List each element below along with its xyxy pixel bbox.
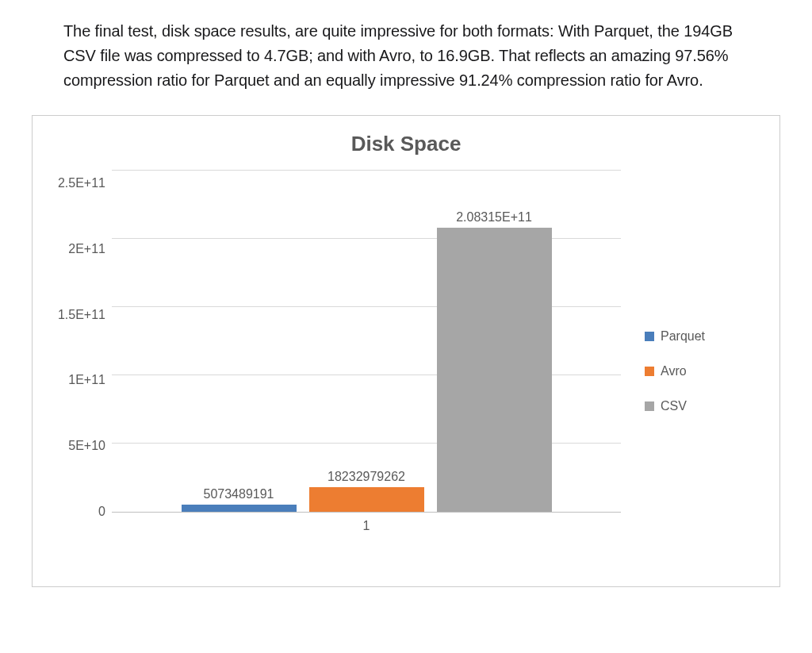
legend-label: Avro <box>661 364 687 378</box>
legend-item-parquet: Parquet <box>645 329 705 344</box>
bar-label-avro: 18232979262 <box>327 470 405 484</box>
plot-wrap: 2.5E+11 2E+11 1.5E+11 1E+11 5E+10 0 <box>40 171 621 571</box>
legend-label: CSV <box>661 399 687 413</box>
y-tick: 1E+11 <box>68 374 105 386</box>
chart-body: 2.5E+11 2E+11 1.5E+11 1E+11 5E+10 0 <box>40 171 772 571</box>
y-tick: 2E+11 <box>68 243 105 255</box>
bar-rect-avro <box>309 487 424 512</box>
legend-swatch-icon <box>645 401 654 411</box>
plot-grid-area: 5073489191 18232979262 2.08315E+11 <box>112 171 621 571</box>
bar-parquet: 5073489191 <box>182 487 297 512</box>
y-tick: 2.5E+11 <box>58 177 105 190</box>
legend-item-avro: Avro <box>645 364 687 378</box>
y-tick: 5E+10 <box>68 440 105 452</box>
intro-paragraph: The final test, disk space results, are … <box>63 19 749 93</box>
bar-rect-parquet <box>182 505 297 512</box>
legend-swatch-icon <box>645 332 654 341</box>
legend-item-csv: CSV <box>645 399 687 413</box>
y-tick: 0 <box>98 505 105 518</box>
page: The final test, disk space results, are … <box>0 0 812 653</box>
chart-title: Disk Space <box>40 132 772 156</box>
legend-swatch-icon <box>645 367 654 376</box>
plot-area: 5073489191 18232979262 2.08315E+11 <box>112 171 621 513</box>
bar-csv: 2.08315E+11 <box>437 210 552 512</box>
bar-label-csv: 2.08315E+11 <box>456 210 532 225</box>
bars-container: 5073489191 18232979262 2.08315E+11 <box>112 171 621 512</box>
bar-rect-csv <box>437 228 552 512</box>
legend: Parquet Avro CSV <box>621 171 772 571</box>
y-tick: 1.5E+11 <box>58 309 105 321</box>
legend-label: Parquet <box>661 329 705 344</box>
bar-label-parquet: 5073489191 <box>204 487 274 501</box>
chart-frame: Disk Space 2.5E+11 2E+11 1.5E+11 1E+11 5… <box>32 115 780 587</box>
x-axis-tick: 1 <box>112 513 621 533</box>
bar-avro: 18232979262 <box>309 470 424 512</box>
y-axis: 2.5E+11 2E+11 1.5E+11 1E+11 5E+10 0 <box>40 171 112 512</box>
